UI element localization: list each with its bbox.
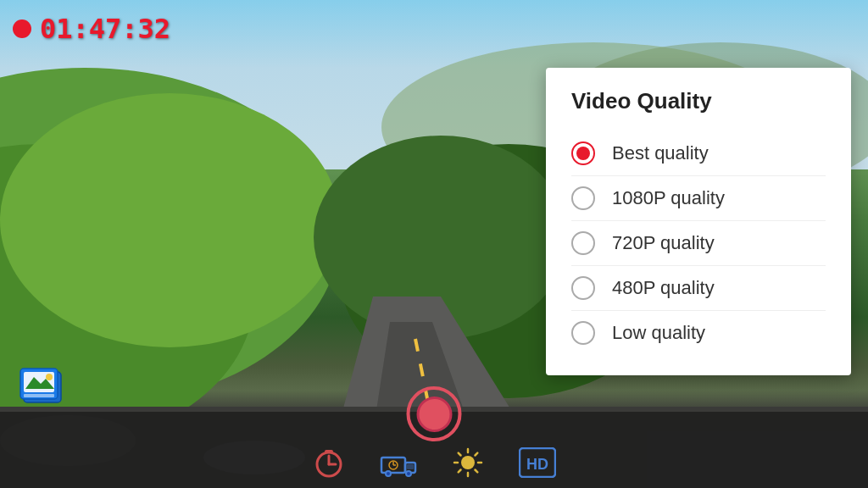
svg-line-39 [459,453,461,456]
record-button-inner [416,396,452,432]
quality-panel-title: Video Quality [571,88,826,114]
quality-label-low: Low quality [612,322,705,344]
svg-point-18 [46,374,53,380]
recording-badge: 01:47:32 [13,13,170,45]
svg-rect-26 [407,464,414,469]
quality-option-1080p[interactable]: 1080P quality [571,176,826,221]
quality-option-720p[interactable]: 720P quality [571,221,826,266]
radio-480p [571,276,595,300]
svg-line-40 [476,470,478,473]
quality-option-best[interactable]: Best quality [571,131,826,176]
quality-panel: Video Quality Best quality1080P quality7… [546,68,851,375]
quality-label-best: Best quality [612,142,709,164]
svg-point-30 [407,472,410,475]
timer-icon[interactable] [312,446,346,480]
recording-timer: 01:47:32 [40,13,170,45]
quality-label-720p: 720P quality [612,232,715,254]
svg-text:HD: HD [526,456,548,473]
radio-best [571,141,595,165]
quality-option-480p[interactable]: 480P quality [571,266,826,311]
radio-1080p [571,186,595,210]
radio-inner-best [576,147,590,160]
quality-label-480p: 480P quality [612,277,715,299]
radio-low [571,321,595,345]
quality-option-low[interactable]: Low quality [571,311,826,355]
delivery-icon[interactable] [380,446,417,480]
radio-720p [571,231,595,255]
gallery-icon[interactable] [17,365,68,408]
hd-icon[interactable]: HD [519,447,556,478]
brightness-icon[interactable] [451,446,485,480]
recording-dot [13,19,31,38]
svg-line-41 [476,453,478,456]
record-button[interactable] [407,386,462,441]
svg-rect-19 [24,394,54,397]
record-button-container [407,386,462,441]
svg-point-34 [461,456,475,469]
quality-options-list: Best quality1080P quality720P quality480… [571,131,826,355]
svg-line-42 [459,470,461,473]
quality-label-1080p: 1080P quality [612,187,725,209]
svg-rect-23 [325,450,333,453]
svg-point-28 [387,472,390,475]
